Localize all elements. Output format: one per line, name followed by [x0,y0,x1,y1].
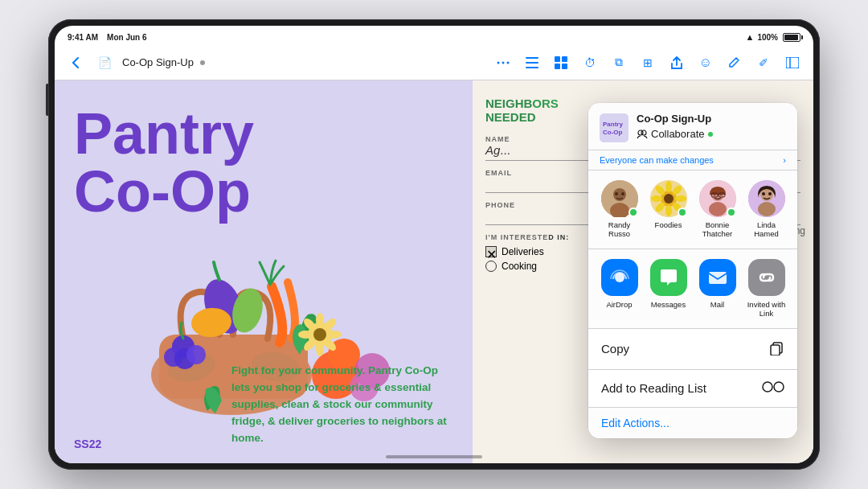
avatar-circle-linda [748,180,785,217]
svg-point-76 [774,382,784,392]
ipad-frame: 9:41 AM Mon Jun 6 ▲ 100% 📄 Co-Op Si [48,19,820,470]
poster: Pantry Co-Op [55,80,473,463]
more-button[interactable] [492,51,514,74]
svg-point-68 [758,202,776,216]
svg-point-52 [675,195,686,202]
edit-actions-label[interactable]: Edit Actions... [601,417,669,429]
svg-rect-6 [555,56,560,62]
edit-actions-row[interactable]: Edit Actions... [588,407,797,438]
poster-body: Fight for your community. Pantry Co-Op l… [55,363,473,447]
svg-point-70 [768,192,772,195]
invited-link-button[interactable]: Invited withLink [744,259,789,318]
battery-level: 100% [757,33,778,42]
everyone-row[interactable]: Everyone can make changes › [588,150,797,171]
collaborate-label: Collaborate [651,128,705,140]
back-button[interactable] [64,51,87,74]
avatar-name-foodies: Foodies [655,220,682,229]
avatar-linda[interactable]: LindaHamed [744,180,789,239]
reading-list-menu-item[interactable]: Add to Reading List [588,370,797,407]
svg-point-33 [316,342,324,356]
cooking-label: Cooking [502,261,537,272]
svg-point-46 [621,192,624,195]
deliveries-label: Deliveries [502,246,544,257]
pencil-button[interactable] [723,51,746,74]
popup-title-area: Co-Op Sign-Up Collaborate [637,113,786,143]
battery-icon [783,33,800,42]
avatar-bonnie[interactable]: BonnieThatcher [695,180,740,239]
wifi-icon: ▲ [746,32,755,42]
svg-rect-37 [600,113,628,142]
svg-point-1 [502,61,505,64]
reading-list-label: Add to Reading List [601,381,706,395]
svg-point-0 [497,61,500,64]
svg-point-69 [762,192,765,195]
svg-text:Pantry: Pantry [603,121,623,128]
svg-point-45 [615,192,618,195]
messages-button[interactable]: Messages [646,259,691,318]
sidebar-button[interactable] [781,51,804,74]
avatar-circle-bonnie [699,180,736,217]
menu-items: Copy Add to Reading List [588,329,797,407]
poster-season: SS22 [74,438,101,450]
svg-point-49 [664,194,674,203]
mail-button[interactable]: Mail [695,259,740,318]
svg-point-2 [507,61,510,64]
popup-collaborate-row[interactable]: Collaborate [637,125,786,143]
avatar-circle-randy [601,180,638,217]
reading-list-icon [762,380,784,397]
history-button[interactable]: ⏱ [579,51,601,74]
svg-point-41 [641,130,646,135]
share-buttons-row: AirDrop Messages [588,249,797,329]
document-icon: 📄 [93,51,116,74]
svg-text:Co-Op: Co-Op [603,129,623,136]
avatar-circle-foodies [650,180,687,217]
ipad-screen: 9:41 AM Mon Jun 6 ▲ 100% 📄 Co-Op Si [55,26,813,463]
messages-label: Messages [651,300,686,309]
messages-icon [650,259,687,296]
avatar-name-linda: LindaHamed [754,220,779,239]
svg-rect-74 [771,345,780,355]
link-icon [748,259,785,296]
svg-point-35 [298,331,313,339]
svg-point-75 [763,382,772,392]
toolbar-center [492,51,514,74]
svg-rect-9 [562,64,567,69]
svg-rect-5 [526,67,538,68]
list-view-button[interactable] [521,51,543,74]
status-dot-foodies [678,208,687,217]
avatar-foodies[interactable]: Foodies [646,180,691,239]
mail-icon [699,259,736,296]
popup-thumbnail: Pantry Co-Op [600,113,628,142]
avatar-name-randy: RandyRusso [608,220,630,239]
toolbar-left: 📄 Co-Op Sign-Up [64,51,205,74]
popup-header: Pantry Co-Op Co-Op Sign-Up Collaborate [588,103,797,150]
popup-doc-title: Co-Op Sign-Up [637,113,786,125]
markup-button[interactable]: ✐ [752,51,775,74]
svg-point-22 [186,345,206,364]
toolbar: 📄 Co-Op Sign-Up ⏱ ⧉ ⊞ [55,45,813,80]
svg-point-29 [316,313,324,327]
svg-point-54 [665,205,672,216]
table-view-button[interactable] [550,51,572,74]
copy-menu-item[interactable]: Copy [588,329,797,370]
copy-label: Copy [601,342,629,355]
mail-label: Mail [710,300,724,309]
collaborate-status-dot [708,132,713,137]
avatar-name-bonnie: BonnieThatcher [702,220,733,239]
status-time-date: 9:41 AM Mon Jun 6 [68,33,147,42]
copy-icon [768,339,784,359]
svg-rect-72 [709,272,727,284]
poster-title: Pantry Co-Op [74,105,453,220]
share-button[interactable] [665,51,688,74]
content-area: Pantry Co-Op [55,80,813,463]
format-button[interactable]: ⧉ [608,51,630,74]
image-button[interactable]: ⊞ [637,51,659,74]
svg-point-56 [651,195,662,202]
invited-link-label: Invited withLink [747,300,786,318]
status-dot-randy [628,208,638,217]
avatar-randy[interactable]: RandyRusso [597,180,642,239]
document-title: Co-Op Sign-Up [122,56,194,68]
emoji-button[interactable]: ☺ [694,51,717,74]
toolbar-right: ⏱ ⧉ ⊞ ☺ ✐ [521,51,804,74]
airdrop-button[interactable]: AirDrop [597,259,642,318]
